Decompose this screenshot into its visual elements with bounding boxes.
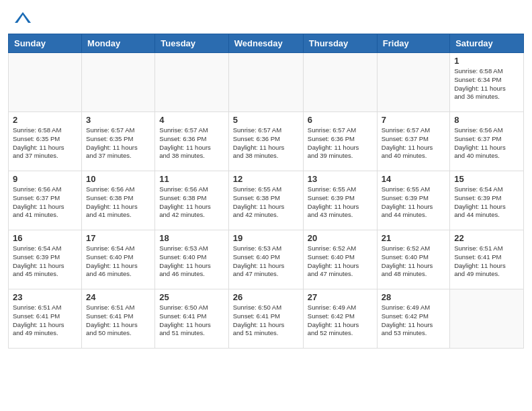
day-cell: 16Sunrise: 6:54 AM Sunset: 6:39 PM Dayli… <box>9 230 82 289</box>
day-info: Sunrise: 6:51 AM Sunset: 6:41 PM Dayligh… <box>86 304 150 338</box>
day-info: Sunrise: 6:56 AM Sunset: 6:37 PM Dayligh… <box>454 126 519 161</box>
calendar-container: SundayMondayTuesdayWednesdayThursdayFrid… <box>8 34 524 349</box>
day-cell: 11Sunrise: 6:56 AM Sunset: 6:38 PM Dayli… <box>155 171 228 230</box>
day-number: 28 <box>382 292 445 302</box>
day-info: Sunrise: 6:54 AM Sunset: 6:39 PM Dayligh… <box>454 185 519 220</box>
weekday-header-friday: Friday <box>377 34 449 53</box>
weekday-header-thursday: Thursday <box>303 34 377 53</box>
day-info: Sunrise: 6:57 AM Sunset: 6:36 PM Dayligh… <box>233 126 299 161</box>
day-number: 25 <box>159 292 224 302</box>
day-info: Sunrise: 6:57 AM Sunset: 6:37 PM Dayligh… <box>382 126 445 161</box>
day-info: Sunrise: 6:52 AM Sunset: 6:40 PM Dayligh… <box>308 244 373 279</box>
day-number: 10 <box>86 174 150 184</box>
day-cell: 20Sunrise: 6:52 AM Sunset: 6:40 PM Dayli… <box>303 230 377 289</box>
day-number: 27 <box>308 292 373 302</box>
day-cell: 9Sunrise: 6:56 AM Sunset: 6:37 PM Daylig… <box>9 171 82 230</box>
day-number: 13 <box>308 174 373 184</box>
day-cell: 2Sunrise: 6:58 AM Sunset: 6:35 PM Daylig… <box>9 112 82 171</box>
day-cell <box>377 53 449 112</box>
day-info: Sunrise: 6:58 AM Sunset: 6:35 PM Dayligh… <box>13 126 77 161</box>
day-cell: 4Sunrise: 6:57 AM Sunset: 6:36 PM Daylig… <box>155 112 228 171</box>
day-number: 24 <box>86 292 150 302</box>
day-number: 26 <box>233 292 299 302</box>
header <box>0 0 532 34</box>
day-info: Sunrise: 6:55 AM Sunset: 6:39 PM Dayligh… <box>382 185 445 220</box>
day-cell: 10Sunrise: 6:56 AM Sunset: 6:38 PM Dayli… <box>82 171 155 230</box>
day-cell <box>82 53 155 112</box>
weekday-header-row: SundayMondayTuesdayWednesdayThursdayFrid… <box>9 34 524 53</box>
week-row-0: 1Sunrise: 6:58 AM Sunset: 6:34 PM Daylig… <box>9 53 524 112</box>
day-cell: 13Sunrise: 6:55 AM Sunset: 6:39 PM Dayli… <box>303 171 377 230</box>
day-info: Sunrise: 6:53 AM Sunset: 6:40 PM Dayligh… <box>159 244 224 279</box>
weekday-header-monday: Monday <box>82 34 155 53</box>
day-cell <box>155 53 228 112</box>
logo-icon <box>13 11 32 26</box>
day-number: 9 <box>13 174 77 184</box>
day-number: 14 <box>382 174 445 184</box>
day-info: Sunrise: 6:57 AM Sunset: 6:36 PM Dayligh… <box>308 126 373 161</box>
weekday-header-tuesday: Tuesday <box>155 34 228 53</box>
day-cell <box>9 53 82 112</box>
logo <box>13 11 32 28</box>
day-info: Sunrise: 6:55 AM Sunset: 6:38 PM Dayligh… <box>233 185 299 220</box>
day-cell: 19Sunrise: 6:53 AM Sunset: 6:40 PM Dayli… <box>228 230 303 289</box>
day-number: 8 <box>454 115 519 125</box>
day-cell <box>450 289 524 349</box>
day-number: 19 <box>233 233 299 243</box>
calendar-table: SundayMondayTuesdayWednesdayThursdayFrid… <box>8 34 524 349</box>
day-cell <box>228 53 303 112</box>
page-container: SundayMondayTuesdayWednesdayThursdayFrid… <box>0 0 532 349</box>
day-cell: 1Sunrise: 6:58 AM Sunset: 6:34 PM Daylig… <box>450 53 524 112</box>
day-cell: 15Sunrise: 6:54 AM Sunset: 6:39 PM Dayli… <box>450 171 524 230</box>
day-cell: 8Sunrise: 6:56 AM Sunset: 6:37 PM Daylig… <box>450 112 524 171</box>
day-info: Sunrise: 6:49 AM Sunset: 6:42 PM Dayligh… <box>382 304 445 338</box>
day-number: 18 <box>159 233 224 243</box>
day-number: 11 <box>159 174 224 184</box>
day-info: Sunrise: 6:55 AM Sunset: 6:39 PM Dayligh… <box>308 185 373 220</box>
day-info: Sunrise: 6:57 AM Sunset: 6:35 PM Dayligh… <box>86 126 150 161</box>
week-row-1: 2Sunrise: 6:58 AM Sunset: 6:35 PM Daylig… <box>9 112 524 171</box>
day-number: 16 <box>13 233 77 243</box>
day-cell: 17Sunrise: 6:54 AM Sunset: 6:40 PM Dayli… <box>82 230 155 289</box>
day-info: Sunrise: 6:56 AM Sunset: 6:38 PM Dayligh… <box>159 185 224 220</box>
day-info: Sunrise: 6:51 AM Sunset: 6:41 PM Dayligh… <box>454 244 519 279</box>
day-number: 15 <box>454 174 519 184</box>
day-cell: 24Sunrise: 6:51 AM Sunset: 6:41 PM Dayli… <box>82 289 155 349</box>
day-info: Sunrise: 6:49 AM Sunset: 6:42 PM Dayligh… <box>308 304 373 338</box>
weekday-header-wednesday: Wednesday <box>228 34 303 53</box>
day-cell: 23Sunrise: 6:51 AM Sunset: 6:41 PM Dayli… <box>9 289 82 349</box>
day-info: Sunrise: 6:50 AM Sunset: 6:41 PM Dayligh… <box>233 304 299 338</box>
week-row-3: 16Sunrise: 6:54 AM Sunset: 6:39 PM Dayli… <box>9 230 524 289</box>
day-number: 22 <box>454 233 519 243</box>
day-cell: 14Sunrise: 6:55 AM Sunset: 6:39 PM Dayli… <box>377 171 449 230</box>
day-cell: 27Sunrise: 6:49 AM Sunset: 6:42 PM Dayli… <box>303 289 377 349</box>
day-number: 20 <box>308 233 373 243</box>
day-info: Sunrise: 6:52 AM Sunset: 6:40 PM Dayligh… <box>382 244 445 279</box>
day-cell: 26Sunrise: 6:50 AM Sunset: 6:41 PM Dayli… <box>228 289 303 349</box>
day-cell: 25Sunrise: 6:50 AM Sunset: 6:41 PM Dayli… <box>155 289 228 349</box>
day-cell: 7Sunrise: 6:57 AM Sunset: 6:37 PM Daylig… <box>377 112 449 171</box>
week-row-2: 9Sunrise: 6:56 AM Sunset: 6:37 PM Daylig… <box>9 171 524 230</box>
day-number: 21 <box>382 233 445 243</box>
weekday-header-sunday: Sunday <box>9 34 82 53</box>
day-info: Sunrise: 6:58 AM Sunset: 6:34 PM Dayligh… <box>454 67 519 101</box>
day-cell <box>303 53 377 112</box>
day-cell: 21Sunrise: 6:52 AM Sunset: 6:40 PM Dayli… <box>377 230 449 289</box>
day-info: Sunrise: 6:54 AM Sunset: 6:40 PM Dayligh… <box>86 244 150 279</box>
day-number: 1 <box>454 56 519 66</box>
day-cell: 6Sunrise: 6:57 AM Sunset: 6:36 PM Daylig… <box>303 112 377 171</box>
day-info: Sunrise: 6:53 AM Sunset: 6:40 PM Dayligh… <box>233 244 299 279</box>
day-info: Sunrise: 6:50 AM Sunset: 6:41 PM Dayligh… <box>159 304 224 338</box>
day-info: Sunrise: 6:56 AM Sunset: 6:37 PM Dayligh… <box>13 185 77 220</box>
calendar-body: 1Sunrise: 6:58 AM Sunset: 6:34 PM Daylig… <box>9 53 524 349</box>
weekday-header-saturday: Saturday <box>450 34 524 53</box>
day-number: 12 <box>233 174 299 184</box>
day-number: 23 <box>13 292 77 302</box>
day-info: Sunrise: 6:51 AM Sunset: 6:41 PM Dayligh… <box>13 304 77 338</box>
day-info: Sunrise: 6:57 AM Sunset: 6:36 PM Dayligh… <box>159 126 224 161</box>
day-cell: 12Sunrise: 6:55 AM Sunset: 6:38 PM Dayli… <box>228 171 303 230</box>
day-cell: 28Sunrise: 6:49 AM Sunset: 6:42 PM Dayli… <box>377 289 449 349</box>
day-cell: 5Sunrise: 6:57 AM Sunset: 6:36 PM Daylig… <box>228 112 303 171</box>
day-number: 6 <box>308 115 373 125</box>
day-number: 7 <box>382 115 445 125</box>
